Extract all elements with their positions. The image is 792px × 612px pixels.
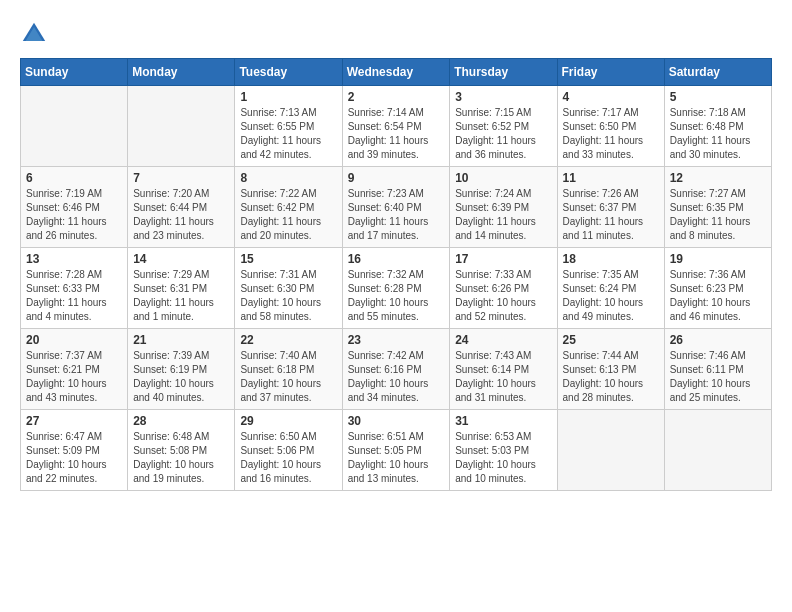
day-detail: Sunrise: 7:40 AMSunset: 6:18 PMDaylight:…: [240, 349, 336, 405]
day-number: 4: [563, 90, 659, 104]
day-detail: Sunrise: 7:44 AMSunset: 6:13 PMDaylight:…: [563, 349, 659, 405]
calendar-day-cell: 11Sunrise: 7:26 AMSunset: 6:37 PMDayligh…: [557, 167, 664, 248]
calendar-week-row: 6Sunrise: 7:19 AMSunset: 6:46 PMDaylight…: [21, 167, 772, 248]
day-detail: Sunrise: 6:48 AMSunset: 5:08 PMDaylight:…: [133, 430, 229, 486]
logo: [20, 20, 52, 48]
day-detail: Sunrise: 7:29 AMSunset: 6:31 PMDaylight:…: [133, 268, 229, 324]
calendar-day-cell: 31Sunrise: 6:53 AMSunset: 5:03 PMDayligh…: [450, 410, 557, 491]
calendar-header-row: SundayMondayTuesdayWednesdayThursdayFrid…: [21, 59, 772, 86]
calendar-week-row: 1Sunrise: 7:13 AMSunset: 6:55 PMDaylight…: [21, 86, 772, 167]
day-detail: Sunrise: 7:43 AMSunset: 6:14 PMDaylight:…: [455, 349, 551, 405]
day-number: 19: [670, 252, 766, 266]
day-detail: Sunrise: 7:24 AMSunset: 6:39 PMDaylight:…: [455, 187, 551, 243]
day-number: 12: [670, 171, 766, 185]
calendar-day-cell: 16Sunrise: 7:32 AMSunset: 6:28 PMDayligh…: [342, 248, 450, 329]
day-detail: Sunrise: 6:50 AMSunset: 5:06 PMDaylight:…: [240, 430, 336, 486]
calendar-week-row: 27Sunrise: 6:47 AMSunset: 5:09 PMDayligh…: [21, 410, 772, 491]
day-number: 3: [455, 90, 551, 104]
calendar-day-cell: 10Sunrise: 7:24 AMSunset: 6:39 PMDayligh…: [450, 167, 557, 248]
calendar-day-cell: 26Sunrise: 7:46 AMSunset: 6:11 PMDayligh…: [664, 329, 771, 410]
calendar-day-cell: [664, 410, 771, 491]
calendar-day-cell: 27Sunrise: 6:47 AMSunset: 5:09 PMDayligh…: [21, 410, 128, 491]
day-number: 10: [455, 171, 551, 185]
day-of-week-header: Saturday: [664, 59, 771, 86]
calendar-day-cell: 21Sunrise: 7:39 AMSunset: 6:19 PMDayligh…: [128, 329, 235, 410]
calendar-day-cell: 23Sunrise: 7:42 AMSunset: 6:16 PMDayligh…: [342, 329, 450, 410]
day-number: 8: [240, 171, 336, 185]
calendar-day-cell: 19Sunrise: 7:36 AMSunset: 6:23 PMDayligh…: [664, 248, 771, 329]
calendar-day-cell: [128, 86, 235, 167]
calendar-day-cell: 28Sunrise: 6:48 AMSunset: 5:08 PMDayligh…: [128, 410, 235, 491]
day-of-week-header: Tuesday: [235, 59, 342, 86]
day-of-week-header: Monday: [128, 59, 235, 86]
day-number: 22: [240, 333, 336, 347]
day-number: 11: [563, 171, 659, 185]
day-detail: Sunrise: 7:42 AMSunset: 6:16 PMDaylight:…: [348, 349, 445, 405]
calendar-day-cell: 4Sunrise: 7:17 AMSunset: 6:50 PMDaylight…: [557, 86, 664, 167]
calendar-day-cell: 25Sunrise: 7:44 AMSunset: 6:13 PMDayligh…: [557, 329, 664, 410]
calendar-day-cell: 20Sunrise: 7:37 AMSunset: 6:21 PMDayligh…: [21, 329, 128, 410]
day-number: 9: [348, 171, 445, 185]
calendar-day-cell: 12Sunrise: 7:27 AMSunset: 6:35 PMDayligh…: [664, 167, 771, 248]
day-detail: Sunrise: 7:26 AMSunset: 6:37 PMDaylight:…: [563, 187, 659, 243]
day-detail: Sunrise: 7:15 AMSunset: 6:52 PMDaylight:…: [455, 106, 551, 162]
calendar-day-cell: 22Sunrise: 7:40 AMSunset: 6:18 PMDayligh…: [235, 329, 342, 410]
day-number: 14: [133, 252, 229, 266]
day-number: 29: [240, 414, 336, 428]
calendar-week-row: 20Sunrise: 7:37 AMSunset: 6:21 PMDayligh…: [21, 329, 772, 410]
day-number: 18: [563, 252, 659, 266]
day-detail: Sunrise: 7:35 AMSunset: 6:24 PMDaylight:…: [563, 268, 659, 324]
day-of-week-header: Friday: [557, 59, 664, 86]
day-number: 21: [133, 333, 229, 347]
calendar-day-cell: 18Sunrise: 7:35 AMSunset: 6:24 PMDayligh…: [557, 248, 664, 329]
day-detail: Sunrise: 7:23 AMSunset: 6:40 PMDaylight:…: [348, 187, 445, 243]
calendar-day-cell: 9Sunrise: 7:23 AMSunset: 6:40 PMDaylight…: [342, 167, 450, 248]
calendar-day-cell: [21, 86, 128, 167]
calendar-day-cell: 15Sunrise: 7:31 AMSunset: 6:30 PMDayligh…: [235, 248, 342, 329]
day-number: 2: [348, 90, 445, 104]
day-detail: Sunrise: 7:28 AMSunset: 6:33 PMDaylight:…: [26, 268, 122, 324]
day-detail: Sunrise: 7:22 AMSunset: 6:42 PMDaylight:…: [240, 187, 336, 243]
day-detail: Sunrise: 7:18 AMSunset: 6:48 PMDaylight:…: [670, 106, 766, 162]
day-detail: Sunrise: 7:14 AMSunset: 6:54 PMDaylight:…: [348, 106, 445, 162]
calendar-day-cell: [557, 410, 664, 491]
day-detail: Sunrise: 7:20 AMSunset: 6:44 PMDaylight:…: [133, 187, 229, 243]
calendar-day-cell: 24Sunrise: 7:43 AMSunset: 6:14 PMDayligh…: [450, 329, 557, 410]
page-header: [20, 20, 772, 48]
calendar-day-cell: 1Sunrise: 7:13 AMSunset: 6:55 PMDaylight…: [235, 86, 342, 167]
day-of-week-header: Thursday: [450, 59, 557, 86]
calendar-day-cell: 8Sunrise: 7:22 AMSunset: 6:42 PMDaylight…: [235, 167, 342, 248]
day-number: 7: [133, 171, 229, 185]
day-number: 5: [670, 90, 766, 104]
day-detail: Sunrise: 7:31 AMSunset: 6:30 PMDaylight:…: [240, 268, 336, 324]
day-detail: Sunrise: 7:27 AMSunset: 6:35 PMDaylight:…: [670, 187, 766, 243]
calendar-table: SundayMondayTuesdayWednesdayThursdayFrid…: [20, 58, 772, 491]
day-number: 23: [348, 333, 445, 347]
day-number: 17: [455, 252, 551, 266]
day-number: 27: [26, 414, 122, 428]
calendar-day-cell: 30Sunrise: 6:51 AMSunset: 5:05 PMDayligh…: [342, 410, 450, 491]
day-number: 30: [348, 414, 445, 428]
day-detail: Sunrise: 7:13 AMSunset: 6:55 PMDaylight:…: [240, 106, 336, 162]
day-of-week-header: Wednesday: [342, 59, 450, 86]
calendar-week-row: 13Sunrise: 7:28 AMSunset: 6:33 PMDayligh…: [21, 248, 772, 329]
day-number: 25: [563, 333, 659, 347]
calendar-day-cell: 17Sunrise: 7:33 AMSunset: 6:26 PMDayligh…: [450, 248, 557, 329]
day-number: 15: [240, 252, 336, 266]
day-number: 1: [240, 90, 336, 104]
calendar-day-cell: 29Sunrise: 6:50 AMSunset: 5:06 PMDayligh…: [235, 410, 342, 491]
calendar-day-cell: 7Sunrise: 7:20 AMSunset: 6:44 PMDaylight…: [128, 167, 235, 248]
day-number: 28: [133, 414, 229, 428]
day-detail: Sunrise: 7:36 AMSunset: 6:23 PMDaylight:…: [670, 268, 766, 324]
day-detail: Sunrise: 7:39 AMSunset: 6:19 PMDaylight:…: [133, 349, 229, 405]
calendar-day-cell: 13Sunrise: 7:28 AMSunset: 6:33 PMDayligh…: [21, 248, 128, 329]
day-detail: Sunrise: 7:33 AMSunset: 6:26 PMDaylight:…: [455, 268, 551, 324]
calendar-day-cell: 3Sunrise: 7:15 AMSunset: 6:52 PMDaylight…: [450, 86, 557, 167]
day-detail: Sunrise: 7:46 AMSunset: 6:11 PMDaylight:…: [670, 349, 766, 405]
day-detail: Sunrise: 7:19 AMSunset: 6:46 PMDaylight:…: [26, 187, 122, 243]
calendar-day-cell: 5Sunrise: 7:18 AMSunset: 6:48 PMDaylight…: [664, 86, 771, 167]
day-number: 16: [348, 252, 445, 266]
day-of-week-header: Sunday: [21, 59, 128, 86]
day-detail: Sunrise: 6:53 AMSunset: 5:03 PMDaylight:…: [455, 430, 551, 486]
calendar-day-cell: 2Sunrise: 7:14 AMSunset: 6:54 PMDaylight…: [342, 86, 450, 167]
